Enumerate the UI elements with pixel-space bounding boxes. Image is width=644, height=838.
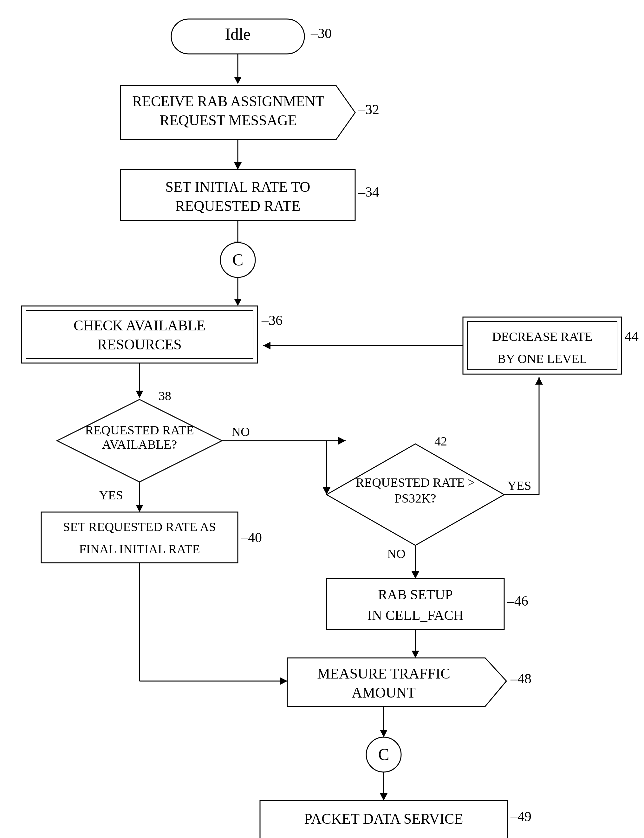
receive-rab-line2: REQUEST MESSAGE xyxy=(160,112,297,128)
ref-42: 42 xyxy=(434,434,447,449)
yes-label-2: YES xyxy=(507,478,531,493)
ref-49: –49 xyxy=(510,809,531,824)
decrease-rate-line2: BY ONE LEVEL xyxy=(498,352,587,366)
connector-c-bottom: C xyxy=(378,745,389,764)
yes-label-1: YES xyxy=(99,488,123,502)
ref-30: –30 xyxy=(310,26,332,41)
decrease-rate-line1: DECREASE RATE xyxy=(492,329,593,344)
diamond1-line1: REQUESTED RATE xyxy=(85,423,194,437)
flowchart-diagram: Idle –30 RECEIVE RAB ASSIGNMENT REQUEST … xyxy=(0,0,644,838)
packet-data-label: PACKET DATA SERVICE xyxy=(304,811,463,827)
set-final-line1: SET REQUESTED RATE AS xyxy=(63,520,216,534)
rab-setup-line1: RAB SETUP xyxy=(378,587,453,602)
no-label-1: NO xyxy=(232,424,250,439)
ref-32: –32 xyxy=(358,102,379,117)
ref-46: –46 xyxy=(507,593,528,609)
idle-label: Idle xyxy=(225,25,251,43)
receive-rab-line1: RECEIVE RAB ASSIGNMENT xyxy=(132,93,324,109)
ref-34: –34 xyxy=(358,184,379,200)
diamond2-line2: PS32K? xyxy=(394,491,436,505)
set-initial-line1: SET INITIAL RATE TO xyxy=(166,179,310,195)
ref-40: –40 xyxy=(241,530,262,546)
measure-traffic-line1: MEASURE TRAFFIC xyxy=(317,665,450,682)
set-final-line2: FINAL INITIAL RATE xyxy=(79,542,200,556)
diamond1-line2: AVAILABLE? xyxy=(102,437,177,452)
diamond2-line1: REQUESTED RATE > xyxy=(356,475,475,490)
connector-c-top: C xyxy=(232,251,243,269)
ref-44: 44 xyxy=(625,329,639,344)
ref-48: –48 xyxy=(510,671,531,687)
rab-setup-line2: IN CELL_FACH xyxy=(367,608,463,623)
ref-36: –36 xyxy=(261,313,283,328)
measure-traffic-line2: AMOUNT xyxy=(352,685,416,701)
set-initial-line2: REQUESTED RATE xyxy=(175,198,301,214)
no-label-2: NO xyxy=(387,547,406,561)
check-resources-line2: RESOURCES xyxy=(97,337,182,353)
check-resources-line1: CHECK AVAILABLE xyxy=(74,317,205,334)
ref-38: 38 xyxy=(159,389,171,403)
